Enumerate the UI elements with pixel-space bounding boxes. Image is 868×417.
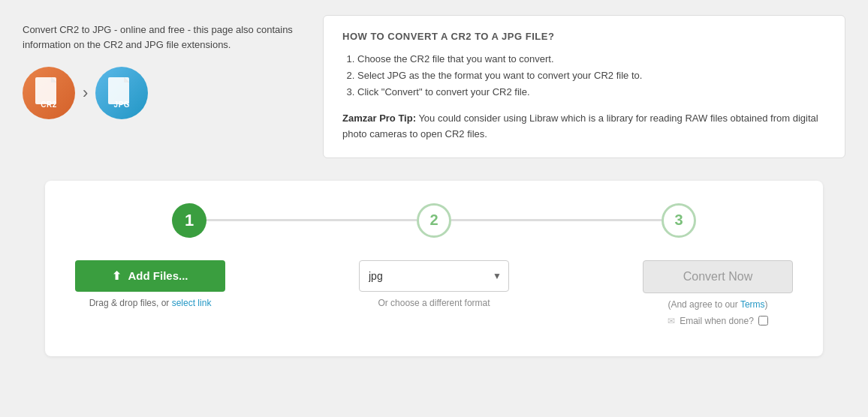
step-line-2	[451, 219, 662, 221]
steps-list: Choose the CR2 file that you want to con…	[342, 51, 826, 100]
upload-icon: ⬆	[112, 269, 122, 283]
step-3-col: Convert Now (And agree to our Terms) ✉ E…	[643, 260, 793, 326]
format-display: CR2 › JPG	[23, 67, 308, 119]
step-line-1	[206, 219, 417, 221]
pro-tip-label: Zamzar Pro Tip:	[342, 112, 416, 124]
email-icon: ✉	[668, 316, 675, 326]
converter-box: 1 2 3 ⬆ Add Files... Drag & drop files, …	[45, 181, 823, 356]
step-3-circle: 3	[662, 203, 696, 238]
arrow-icon: ›	[83, 83, 88, 103]
format-select[interactable]: jpg png gif bmp tiff webp	[359, 260, 509, 292]
steps-bar: 1 2 3	[75, 203, 793, 238]
step-2-col: jpg png gif bmp tiff webp ▼ Or choose a …	[359, 260, 509, 308]
how-to-title: HOW TO CONVERT A CR2 TO A JPG FILE?	[342, 31, 826, 42]
cr2-label: CR2	[41, 100, 57, 109]
left-panel: Convert CR2 to JPG - online and free - t…	[23, 15, 308, 158]
page-wrapper: Convert CR2 to JPG - online and free - t…	[0, 0, 868, 417]
terms-link[interactable]: Terms	[740, 299, 765, 310]
step-2-circle: 2	[417, 203, 451, 238]
pro-tip: Zamzar Pro Tip: You could consider using…	[342, 111, 826, 142]
description-text: Convert CR2 to JPG - online and free - t…	[23, 22, 308, 52]
jpg-label: JPG	[114, 100, 131, 109]
step-1-col: ⬆ Add Files... Drag & drop files, or sel…	[75, 260, 225, 308]
format-select-wrapper: jpg png gif bmp tiff webp ▼	[359, 260, 509, 292]
drag-drop-area: Drag & drop files, or select link	[89, 298, 212, 308]
email-checkbox[interactable]	[758, 316, 768, 326]
step-3-text: Click "Convert" to convert your CR2 file…	[357, 84, 826, 100]
add-files-button[interactable]: ⬆ Add Files...	[75, 260, 225, 292]
email-label: Email when done?	[680, 316, 754, 326]
top-section: Convert CR2 to JPG - online and free - t…	[23, 15, 845, 158]
email-row: ✉ Email when done?	[668, 316, 768, 326]
steps-content: ⬆ Add Files... Drag & drop files, or sel…	[75, 260, 793, 326]
or-choose-text: Or choose a different format	[378, 298, 490, 308]
jpg-icon: JPG	[95, 67, 148, 119]
step-1-circle: 1	[172, 203, 206, 238]
right-panel: HOW TO CONVERT A CR2 TO A JPG FILE? Choo…	[323, 15, 845, 158]
cr2-icon: CR2	[23, 67, 75, 119]
terms-text: (And agree to our Terms)	[668, 299, 767, 310]
step-2-text: Select JPG as the the format you want to…	[357, 68, 826, 84]
convert-now-button[interactable]: Convert Now	[643, 260, 793, 293]
step-1-text: Choose the CR2 file that you want to con…	[357, 51, 826, 68]
select-link[interactable]: select link	[172, 298, 212, 308]
